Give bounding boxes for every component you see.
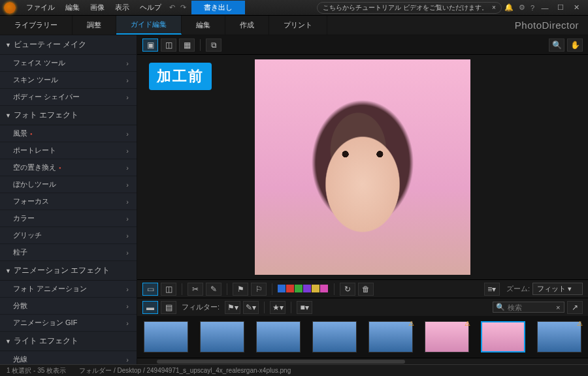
sidebar-item[interactable]: 粒子› xyxy=(0,244,137,261)
menu-file[interactable]: ファイル xyxy=(21,3,60,12)
filter-flag-icon[interactable]: ⚑▾ xyxy=(225,301,240,314)
color-swatch[interactable] xyxy=(286,285,294,292)
thumbnail[interactable]: ⚠ xyxy=(425,321,469,352)
window-minimize[interactable]: — xyxy=(537,4,553,12)
pan-tool-icon[interactable]: ✋ xyxy=(567,39,583,52)
thumbview-a-icon[interactable]: ▬ xyxy=(142,301,158,314)
view-detach-icon[interactable]: ⧉ xyxy=(206,39,221,52)
thumb-scrollbar[interactable] xyxy=(137,358,588,364)
zoom-select[interactable]: フィット ▾ xyxy=(532,283,583,295)
chevron-right-icon: › xyxy=(126,302,129,310)
chevron-right-icon: › xyxy=(126,356,129,364)
rotate-icon[interactable]: ↻ xyxy=(340,283,355,296)
list-icon[interactable]: ≡▾ xyxy=(484,283,500,296)
sidebar-item[interactable]: 光線› xyxy=(0,351,137,364)
caret-down-icon: ▼ xyxy=(5,112,11,119)
sidebar-category[interactable]: ▼フォト エフェクト xyxy=(0,106,137,125)
sidebar-item[interactable]: グリッチ› xyxy=(0,227,137,244)
thumbnail[interactable] xyxy=(200,321,244,352)
thumbnail[interactable]: ⚠ xyxy=(368,321,413,352)
chevron-right-icon: › xyxy=(126,147,129,155)
filter-color-icon[interactable]: ■▾ xyxy=(297,301,312,314)
preview-image xyxy=(255,59,470,275)
sidebar-item[interactable]: フェイス ツール› xyxy=(0,55,137,72)
thumbnail[interactable] xyxy=(481,321,525,352)
sidebar-item[interactable]: 空の置き換え●› xyxy=(0,159,137,176)
color-swatches[interactable] xyxy=(278,285,329,294)
color-swatch[interactable] xyxy=(312,285,319,292)
thumbnail[interactable] xyxy=(312,321,357,352)
view-compare-icon[interactable]: ◫ xyxy=(161,39,176,52)
caret-down-icon: ▼ xyxy=(5,268,11,274)
tab-create[interactable]: 作成 xyxy=(225,16,269,35)
chevron-right-icon: › xyxy=(126,249,129,257)
brush-icon[interactable]: ✎ xyxy=(206,283,221,296)
window-maximize[interactable]: ☐ xyxy=(553,3,568,12)
sidebar-item[interactable]: アニメーション GIF› xyxy=(0,315,137,332)
export-button[interactable]: 書き出し xyxy=(191,1,245,14)
tutorial-banner[interactable]: こちらからチュートリアル ビデオをご覧いただけます。 × xyxy=(317,2,502,14)
tutorial-close-icon[interactable]: × xyxy=(492,4,496,11)
titlebar: ファイル 編集 画像 表示 ヘルプ ↶ ↷ 書き出し こちらからチュートリアル … xyxy=(0,0,588,16)
menu-view[interactable]: 表示 xyxy=(110,3,135,12)
canvas: 加工前 xyxy=(137,55,588,279)
notify-icon[interactable]: 🔔 xyxy=(502,3,516,12)
share-icon[interactable]: ↗ xyxy=(567,301,583,314)
menu-image[interactable]: 画像 xyxy=(85,3,110,12)
tab-print[interactable]: プリント xyxy=(269,16,327,35)
color-swatch[interactable] xyxy=(295,285,302,292)
search-box[interactable]: 🔍 × xyxy=(493,302,564,313)
redo-icon[interactable]: ↷ xyxy=(178,3,189,12)
delete-icon[interactable]: 🗑 xyxy=(358,283,374,296)
sidebar-item[interactable]: フォト アニメーション› xyxy=(0,281,137,298)
flag-icon[interactable]: ⚑ xyxy=(233,283,248,296)
chevron-right-icon: › xyxy=(126,130,129,138)
thumbview-b-icon[interactable]: ▤ xyxy=(161,301,176,314)
filter-brush-icon[interactable]: ✎▾ xyxy=(243,301,259,314)
thumbnail[interactable] xyxy=(256,321,301,352)
window-close[interactable]: ✕ xyxy=(568,3,584,12)
sidebar-item[interactable]: 分散› xyxy=(0,298,137,315)
thumbnail[interactable] xyxy=(144,321,188,352)
tab-adjust[interactable]: 調整 xyxy=(73,16,116,35)
folder-path: フォルダー / Desktop / 249494971_s_upscayl_4x… xyxy=(79,366,291,375)
filter-star-icon[interactable]: ★▾ xyxy=(270,301,286,314)
menu-edit[interactable]: 編集 xyxy=(60,3,85,12)
color-swatch[interactable] xyxy=(320,285,328,292)
tab-guided-edit[interactable]: ガイド編集 xyxy=(116,16,182,35)
before-badge: 加工前 xyxy=(149,63,212,90)
sidebar-item[interactable]: 風景●› xyxy=(0,125,137,142)
search-tool-icon[interactable]: 🔍 xyxy=(549,39,564,52)
sidebar-item[interactable]: スキン ツール› xyxy=(0,72,137,89)
view-grid-icon[interactable]: ▦ xyxy=(179,39,195,52)
sidebar-item[interactable]: ぼかしツール› xyxy=(0,176,137,193)
reject-icon[interactable]: ⚐ xyxy=(251,283,267,296)
color-swatch[interactable] xyxy=(303,285,311,292)
sidebar-category[interactable]: ▼ライト エフェクト xyxy=(0,332,137,351)
content-area: ▣ ◫ ▦ ⧉ 🔍 ✋ 加工前 ▭ ◫ ✂ ✎ ⚑ ⚐ ↻ 🗑 xyxy=(137,35,588,364)
view-single-icon[interactable]: ▣ xyxy=(142,39,158,52)
undo-icon[interactable]: ↶ xyxy=(167,3,178,12)
compare-mode-a-icon[interactable]: ▭ xyxy=(142,283,158,296)
crop-icon[interactable]: ✂ xyxy=(188,283,203,296)
caret-down-icon: ▼ xyxy=(5,42,11,48)
sidebar-item[interactable]: ポートレート› xyxy=(0,142,137,159)
sidebar-item[interactable]: カラー› xyxy=(0,210,137,227)
chevron-right-icon: › xyxy=(126,59,129,67)
tab-edit[interactable]: 編集 xyxy=(182,16,225,35)
color-swatch[interactable] xyxy=(278,285,286,292)
sidebar-category[interactable]: ▼アニメーション エフェクト xyxy=(0,261,137,281)
thumbnail[interactable]: ⚠ xyxy=(537,321,581,352)
tab-library[interactable]: ライブラリー xyxy=(0,16,73,35)
help-icon[interactable]: ? xyxy=(528,4,537,12)
compare-mode-b-icon[interactable]: ◫ xyxy=(161,283,176,296)
search-input[interactable] xyxy=(508,304,553,311)
sidebar-item[interactable]: フォーカス› xyxy=(0,193,137,210)
search-clear-icon[interactable]: × xyxy=(556,304,560,311)
menu-help[interactable]: ヘルプ xyxy=(135,3,167,12)
sidebar-category[interactable]: ▼ビューティー メイク xyxy=(0,35,137,55)
warning-icon: ⚠ xyxy=(465,320,470,327)
chevron-right-icon: › xyxy=(126,93,129,101)
sidebar-item[interactable]: ボディー シェイパー› xyxy=(0,89,137,106)
settings-icon[interactable]: ⚙ xyxy=(516,3,528,12)
